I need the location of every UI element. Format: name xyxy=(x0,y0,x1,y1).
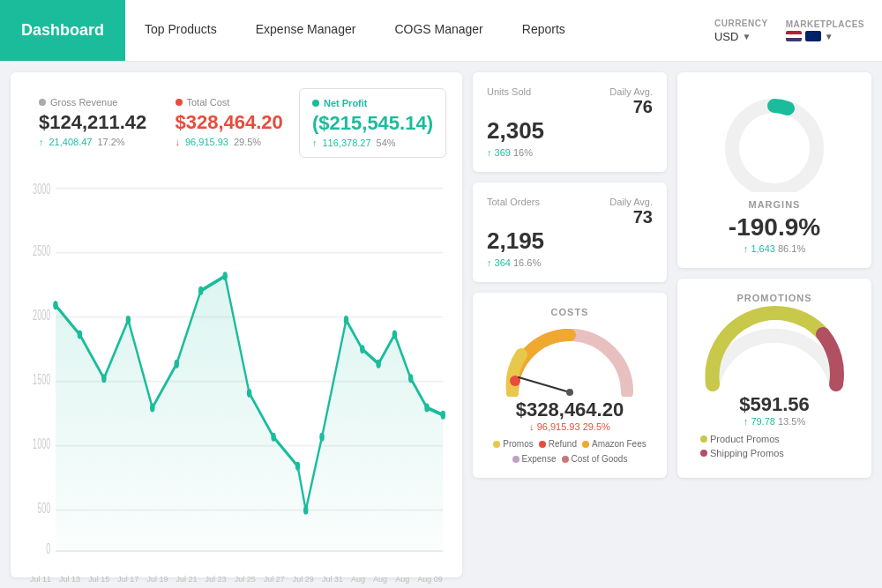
net-profit-label: Net Profit xyxy=(312,98,433,108)
svg-point-16 xyxy=(78,331,82,339)
svg-point-18 xyxy=(126,316,131,324)
svg-text:2500: 2500 xyxy=(33,242,50,259)
costs-value: $328,464.20 xyxy=(516,398,624,421)
nav-link-top-products[interactable]: Top Products xyxy=(125,0,236,61)
costs-legend-cog: Cost of Goods xyxy=(562,454,628,464)
marketplaces-selector[interactable]: MARKETPLACES ▼ xyxy=(786,19,864,41)
total-cost-dot xyxy=(176,99,183,106)
chart-x-labels: Jul 11 Jul 13 Jul 15 Jul 17 Jul 19 Jul 2… xyxy=(26,575,446,584)
svg-text:1000: 1000 xyxy=(33,435,50,452)
nav-right: CURRENCY USD ▼ MARKETPLACES ▼ xyxy=(714,0,882,61)
margins-sub: ↑ 1,643 86.1% xyxy=(744,243,805,254)
nav-brand: Dashboard xyxy=(0,0,125,61)
costs-legend: Promos Refund Amazon Fees Expense Cost o… xyxy=(487,439,653,464)
currency-value: USD xyxy=(714,30,738,43)
svg-point-29 xyxy=(360,345,364,354)
refund-dot xyxy=(539,441,546,448)
units-sold-daily-label: Daily Avg. xyxy=(609,86,653,97)
promotions-gauge xyxy=(699,303,849,391)
costs-card: COSTS $328,464.20 ↓ 96,915.93 xyxy=(473,293,667,478)
svg-point-28 xyxy=(344,316,348,324)
nav-link-cogs-manager[interactable]: COGS Manager xyxy=(375,0,502,61)
total-orders-arrow: ↑ xyxy=(487,257,492,268)
svg-text:3000: 3000 xyxy=(33,181,50,197)
svg-point-24 xyxy=(271,433,275,442)
svg-point-39 xyxy=(771,102,778,109)
nav-link-expense-manager[interactable]: Expense Manager xyxy=(236,0,376,61)
promotions-card: PROMOTIONS $591.56 ↑ 79.78 13.5% Product… xyxy=(677,279,871,478)
costs-title: COSTS xyxy=(551,307,589,317)
main-chart: 3000 2500 2000 1500 1000 500 0 xyxy=(26,174,446,569)
svg-point-34 xyxy=(441,411,445,420)
currency-dropdown-arrow: ▼ xyxy=(742,32,751,41)
nav-link-reports[interactable]: Reports xyxy=(503,0,585,61)
svg-point-25 xyxy=(295,462,300,471)
svg-point-33 xyxy=(424,404,429,413)
margins-value: -190.9% xyxy=(729,213,820,242)
total-cost-metric: Total Cost $328,464.20 ↓ 96,915.93 29.5% xyxy=(163,88,300,158)
gross-revenue-value: $124,211.42 xyxy=(39,111,151,134)
total-orders-label: Total Orders xyxy=(487,197,540,207)
units-sold-header: Units Sold Daily Avg. 76 xyxy=(487,86,653,117)
total-cost-arrow: ↓ xyxy=(176,137,181,147)
net-profit-value: ($215,545.14) xyxy=(312,112,433,135)
promos-legend-product: Product Promos xyxy=(700,434,857,444)
currency-selector[interactable]: CURRENCY USD ▼ xyxy=(714,19,768,43)
promotions-legend: Product Promos Shipping Promos xyxy=(691,434,857,458)
net-profit-metric: Net Profit ($215,545.14) ↑ 116,378.27 54… xyxy=(299,88,446,158)
svg-point-19 xyxy=(150,404,154,413)
flag-us-icon xyxy=(786,31,802,41)
net-profit-arrow: ↑ xyxy=(312,138,318,148)
svg-text:500: 500 xyxy=(37,500,50,517)
units-sold-sub: ↑ 369 16% xyxy=(487,147,653,158)
margins-card: MARGINS -190.9% ↑ 1,643 86.1% xyxy=(677,72,871,268)
promotions-sub: ↑ 79.78 13.5% xyxy=(744,416,805,427)
svg-text:2000: 2000 xyxy=(33,307,50,324)
total-orders-daily-value: 73 xyxy=(609,207,653,227)
margins-arrow: ↑ xyxy=(744,243,749,254)
total-cost-label: Total Cost xyxy=(176,97,288,108)
costs-sub: ↓ 96,915.93 29.5% xyxy=(529,421,610,432)
marketplaces-label: MARKETPLACES xyxy=(786,19,864,29)
gross-revenue-label: Gross Revenue xyxy=(39,97,151,108)
net-profit-sub: ↑ 116,378.27 54% xyxy=(312,138,433,148)
svg-point-22 xyxy=(222,272,227,280)
svg-point-20 xyxy=(175,360,179,368)
costs-legend-amazon: Amazon Fees xyxy=(582,439,647,449)
costs-legend-promos: Promos xyxy=(493,439,533,449)
total-orders-sub: ↑ 364 16.6% xyxy=(487,257,653,268)
marketplaces-select[interactable]: ▼ xyxy=(786,31,833,41)
left-panel: Gross Revenue $124,211.42 ↑ 21,408.47 17… xyxy=(11,72,462,577)
gross-revenue-sub: ↑ 21,408.47 17.2% xyxy=(39,137,151,147)
promotions-title: PROMOTIONS xyxy=(736,293,811,303)
svg-point-37 xyxy=(566,389,573,396)
costs-legend-refund: Refund xyxy=(539,439,577,449)
total-orders-value: 2,195 xyxy=(487,227,653,255)
main-content: Gross Revenue $124,211.42 ↑ 21,408.47 17… xyxy=(0,62,882,588)
svg-line-36 xyxy=(519,377,570,392)
promos-dot xyxy=(493,441,500,448)
net-profit-dot xyxy=(312,100,319,107)
promotions-value: $591.56 xyxy=(739,393,810,416)
units-sold-label: Units Sold xyxy=(487,86,531,97)
units-sold-card: Units Sold Daily Avg. 76 2,305 ↑ 369 16% xyxy=(473,72,667,172)
units-sold-value: 2,305 xyxy=(487,117,653,145)
margins-donut xyxy=(704,86,845,192)
right-column: MARGINS -190.9% ↑ 1,643 86.1% PROMOTIONS… xyxy=(677,72,871,478)
product-promos-dot xyxy=(700,435,707,443)
svg-point-32 xyxy=(408,374,413,383)
total-cost-sub: ↓ 96,915.93 29.5% xyxy=(176,137,288,147)
total-orders-card: Total Orders Daily Avg. 73 2,195 ↑ 364 1… xyxy=(473,182,667,282)
svg-point-31 xyxy=(392,331,397,339)
svg-point-38 xyxy=(732,106,817,190)
currency-label: CURRENCY xyxy=(714,19,768,28)
gross-revenue-dot xyxy=(39,99,46,106)
svg-point-26 xyxy=(303,506,308,515)
svg-point-23 xyxy=(247,389,251,398)
currency-select[interactable]: USD ▼ xyxy=(714,30,751,43)
amazon-dot xyxy=(582,441,589,448)
costs-gauge xyxy=(499,317,640,397)
cog-dot xyxy=(562,456,569,463)
svg-point-30 xyxy=(376,360,380,368)
flag-uk-icon xyxy=(805,31,821,41)
